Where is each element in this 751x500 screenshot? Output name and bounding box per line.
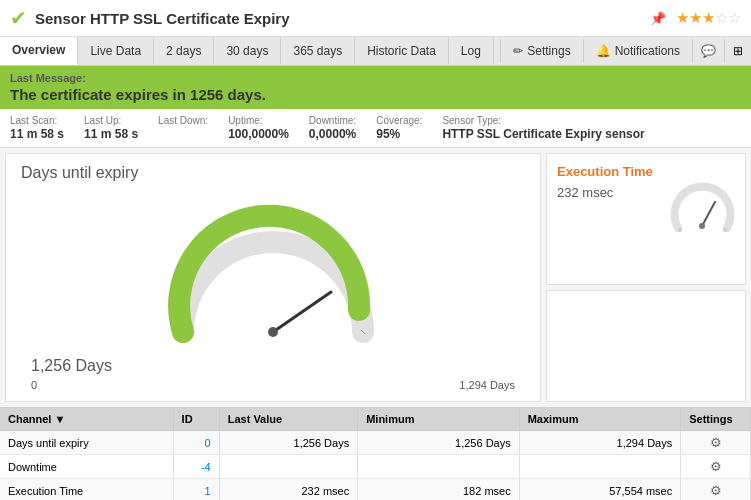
svg-point-5 [678, 228, 682, 232]
tab-2days[interactable]: 2 days [154, 38, 214, 64]
stat-coverage: Coverage: 95% [376, 115, 422, 141]
data-table: Channel ▼ ID Last Value Minimum Maximum … [0, 407, 751, 500]
settings-button[interactable]: ✏ Settings [500, 39, 582, 63]
exec-title: Execution Time [557, 164, 735, 179]
chat-button[interactable]: 💬 [692, 39, 724, 63]
table-row: Days until expiry 0 1,256 Days 1,256 Day… [0, 431, 751, 455]
right-panel: Execution Time 232 msec [546, 153, 746, 402]
left-panel: Days until expiry 1,256 Days 0 1,294 Day… [5, 153, 541, 402]
channel-min: 1,256 Days [358, 431, 520, 455]
channel-id: -4 [173, 455, 219, 479]
execution-time-card: Execution Time 232 msec [546, 153, 746, 285]
channel-lastval: 232 msec [219, 479, 357, 501]
alert-message: The certificate expires in 1256 days. [10, 86, 741, 103]
channel-settings[interactable]: ⚙ [681, 479, 751, 501]
svg-line-3 [702, 202, 715, 226]
col-header-settings: Settings [681, 408, 751, 431]
gauge-title: Days until expiry [21, 164, 525, 182]
channel-id: 0 [173, 431, 219, 455]
table-row: Execution Time 1 232 msec 182 msec 57,55… [0, 479, 751, 501]
col-header-max[interactable]: Maximum [519, 408, 681, 431]
stars-filled[interactable]: ★★★ [676, 9, 715, 27]
channel-max: 1,294 Days [519, 431, 681, 455]
channel-max: 57,554 msec [519, 479, 681, 501]
svg-point-6 [723, 228, 727, 232]
nav-tabs: Overview Live Data 2 days 30 days 365 da… [0, 37, 751, 66]
gauge-container [21, 192, 525, 352]
exec-mini-gauge-svg [670, 180, 735, 235]
gear-icon[interactable]: ⚙ [710, 435, 722, 450]
tab-365days[interactable]: 365 days [281, 38, 355, 64]
channel-name: Days until expiry [0, 431, 173, 455]
gauge-svg [163, 192, 383, 352]
col-header-channel[interactable]: Channel ▼ [0, 408, 173, 431]
col-header-id[interactable]: ID [173, 408, 219, 431]
tab-historic-data[interactable]: Historic Data [355, 38, 449, 64]
stars-empty[interactable]: ☆☆ [715, 9, 741, 27]
stat-last-up: Last Up: 11 m 58 s [84, 115, 138, 141]
alert-banner: Last Message: The certificate expires in… [0, 66, 751, 109]
gauge-min-label: 0 [31, 379, 37, 391]
channel-id: 1 [173, 479, 219, 501]
gauge-current-value: 1,256 Days [31, 357, 525, 375]
col-header-lastval[interactable]: Last Value [219, 408, 357, 431]
status-check-icon: ✔ [10, 6, 27, 30]
bell-icon: 🔔 [596, 44, 611, 58]
gear-icon[interactable]: ⚙ [710, 483, 722, 498]
channel-min [358, 455, 520, 479]
page-title: Sensor HTTP SSL Certificate Expiry [35, 10, 650, 27]
stat-sensor-type: Sensor Type: HTTP SSL Certificate Expiry… [442, 115, 644, 141]
channel-lastval [219, 455, 357, 479]
stat-last-scan: Last Scan: 11 m 58 s [10, 115, 64, 141]
channel-settings[interactable]: ⚙ [681, 455, 751, 479]
alert-label: Last Message: [10, 72, 741, 84]
channel-settings[interactable]: ⚙ [681, 431, 751, 455]
grid-icon: ⊞ [733, 44, 743, 58]
table-row: Downtime -4 ⚙ [0, 455, 751, 479]
tab-overview[interactable]: Overview [0, 37, 78, 65]
stat-downtime: Downtime: 0,0000% [309, 115, 356, 141]
channel-name: Downtime [0, 455, 173, 479]
stats-row: Last Scan: 11 m 58 s Last Up: 11 m 58 s … [0, 109, 751, 148]
grid-button[interactable]: ⊞ [724, 39, 751, 63]
svg-point-1 [268, 327, 278, 337]
pin-icon: 📌 [650, 11, 666, 26]
gauge-max-label: 1,294 Days [459, 379, 515, 391]
channel-max [519, 455, 681, 479]
notifications-button[interactable]: 🔔 Notifications [583, 39, 692, 63]
table-header-row: Channel ▼ ID Last Value Minimum Maximum … [0, 408, 751, 431]
title-bar: ✔ Sensor HTTP SSL Certificate Expiry 📌 ★… [0, 0, 751, 37]
settings-icon: ✏ [513, 44, 523, 58]
empty-card [546, 290, 746, 402]
channel-name: Execution Time [0, 479, 173, 501]
gauge-labels: 0 1,294 Days [21, 379, 525, 391]
svg-point-4 [699, 223, 705, 229]
gear-icon[interactable]: ⚙ [710, 459, 722, 474]
tab-live-data[interactable]: Live Data [78, 38, 154, 64]
tab-log[interactable]: Log [449, 38, 494, 64]
stat-last-down: Last Down: [158, 115, 208, 141]
main-content: Days until expiry 1,256 Days 0 1,294 Day… [0, 148, 751, 407]
channel-lastval: 1,256 Days [219, 431, 357, 455]
chat-icon: 💬 [701, 44, 716, 58]
channel-min: 182 msec [358, 479, 520, 501]
table-body: Days until expiry 0 1,256 Days 1,256 Day… [0, 431, 751, 501]
stat-uptime: Uptime: 100,0000% [228, 115, 289, 141]
tab-30days[interactable]: 30 days [214, 38, 281, 64]
col-header-min[interactable]: Minimum [358, 408, 520, 431]
svg-line-0 [273, 292, 331, 332]
